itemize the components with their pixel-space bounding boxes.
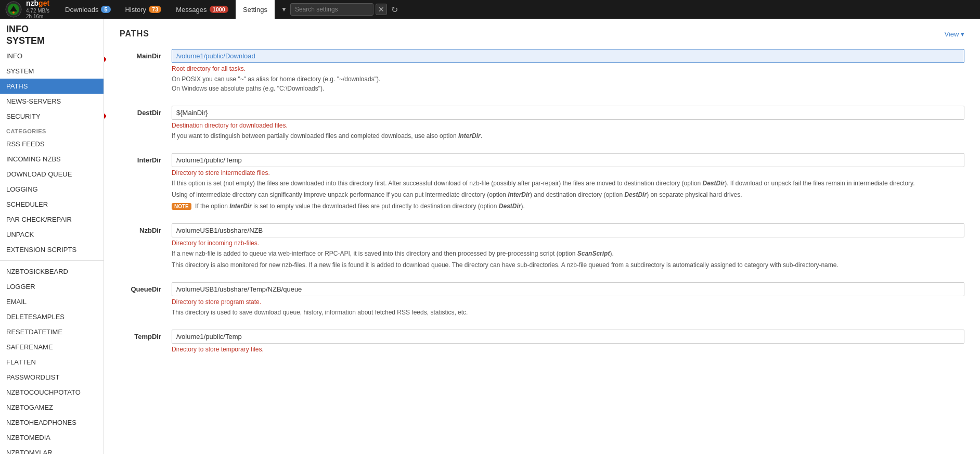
label-tempdir: TempDir — [120, 330, 161, 340]
desc-red-nzbdir: Directory for incoming nzb-files. — [172, 239, 964, 247]
content-header: PATHS View ▾ — [120, 29, 964, 39]
tab-downloads[interactable]: Downloads 5 — [58, 0, 118, 19]
desc-interdir-note: NOTE If the option InterDir is set to em… — [172, 201, 964, 211]
sidebar-item-nzbtocouchpotato[interactable]: NZBTOCOUCHPOTATO — [0, 385, 104, 400]
search-area: ▼ ✕ ↻ — [281, 3, 398, 16]
sidebar-item-nzbtoheadphones[interactable]: NZBTOHEADPHONES — [0, 415, 104, 430]
sidebar-item-nzbtogamez[interactable]: NZBTOGAMEZ — [0, 400, 104, 415]
tab-messages[interactable]: Messages 1000 — [169, 0, 236, 19]
note-badge: NOTE — [172, 203, 191, 210]
desc-maindir: On POSIX you can use "~" as alias for ho… — [172, 74, 964, 93]
setting-maindir: ➜ MainDir Root directory for all tasks. … — [120, 49, 964, 93]
categories-section-label: CATEGORIES — [0, 124, 104, 136]
desc-interdir-2: Using of intermediate directory can sign… — [172, 190, 964, 199]
content-maindir: Root directory for all tasks. On POSIX y… — [172, 49, 964, 93]
sidebar-item-nzbtomylar[interactable]: NZBTOMYLAR — [0, 445, 104, 454]
sidebar-item-resetdatetime[interactable]: RESETDATETIME — [0, 324, 104, 339]
speed-display: 4.72 MB/s — [26, 8, 49, 14]
desc-nzbdir-2: This directory is also monitored for new… — [172, 260, 964, 270]
history-badge: 73 — [149, 6, 161, 13]
desc-queuedir: This directory is used to save download … — [172, 308, 964, 317]
refresh-button[interactable]: ↻ — [391, 5, 398, 15]
main-layout: INFO SYSTEM INFO SYSTEM PATHS NEWS-SERVE… — [0, 19, 980, 454]
sidebar-item-logger[interactable]: LOGGER — [0, 279, 104, 294]
sidebar-item-nzbtosickbeard[interactable]: NZBTOSICKBEARD — [0, 264, 104, 279]
desc-red-maindir: Root directory for all tasks. — [172, 65, 964, 72]
setting-destdir: ➜ DestDir Destination directory for down… — [120, 106, 964, 141]
sidebar-item-deletesamples[interactable]: DELETESAMPLES — [0, 309, 104, 324]
input-tempdir[interactable] — [172, 330, 964, 344]
label-nzbdir: NzbDir — [120, 223, 161, 234]
sidebar-item-email[interactable]: EMAIL — [0, 294, 104, 309]
page-title: PATHS — [120, 29, 149, 39]
tab-settings[interactable]: Settings — [236, 0, 275, 19]
search-clear-button[interactable]: ✕ — [376, 4, 387, 15]
arrow-destdir: ➜ — [104, 107, 107, 125]
sidebar-item-scheduler[interactable]: SCHEDULER — [0, 197, 104, 212]
svg-point-3 — [12, 11, 15, 14]
desc-destdir: If you want to distinguish between parti… — [172, 131, 964, 141]
content-tempdir: Directory to store temporary files. — [172, 330, 964, 353]
sidebar-item-info[interactable]: INFO — [0, 48, 104, 64]
sidebar-item-unpack[interactable]: UNPACK — [0, 227, 104, 242]
sidebar-item-incoming-nzbs[interactable]: INCOMING NZBS — [0, 152, 104, 167]
sidebar-item-download-queue[interactable]: DOWNLOAD QUEUE — [0, 167, 104, 182]
label-destdir: DestDir — [120, 106, 161, 117]
content-nzbdir: Directory for incoming nzb-files. If a n… — [172, 223, 964, 270]
sidebar-item-security[interactable]: SECURITY — [0, 109, 104, 124]
info-system-header: INFO SYSTEM — [0, 19, 104, 48]
sidebar-item-paths[interactable]: PATHS — [0, 79, 104, 94]
sidebar-item-news-servers[interactable]: NEWS-SERVERS — [0, 94, 104, 109]
sidebar: INFO SYSTEM INFO SYSTEM PATHS NEWS-SERVE… — [0, 19, 104, 454]
sidebar-item-rss-feeds[interactable]: RSS FEEDS — [0, 136, 104, 152]
desc-red-destdir: Destination directory for downloaded fil… — [172, 122, 964, 129]
desc-red-interdir: Directory to store intermediate files. — [172, 169, 964, 176]
sidebar-item-flatten[interactable]: FLATTEN — [0, 355, 104, 370]
downloads-badge: 5 — [101, 6, 110, 13]
search-filter-icon: ▼ — [281, 6, 287, 13]
desc-interdir-1: If this option is set (not empty) the fi… — [172, 179, 964, 188]
input-destdir[interactable] — [172, 106, 964, 120]
input-interdir[interactable] — [172, 153, 964, 167]
sidebar-item-par-check-repair[interactable]: PAR CHECK/REPAIR — [0, 212, 104, 227]
content-area: PATHS View ▾ ➜ MainDir Root directory fo… — [104, 19, 980, 454]
input-queuedir[interactable] — [172, 282, 964, 296]
desc-nzbdir-1: If a new nzb-file is added to queue via … — [172, 249, 964, 258]
content-queuedir: Directory to store program state. This d… — [172, 282, 964, 317]
logo-icon — [4, 0, 23, 19]
setting-nzbdir: NzbDir Directory for incoming nzb-files.… — [120, 223, 964, 270]
sidebar-item-nzbtomedia[interactable]: NZBTOMEDIA — [0, 430, 104, 445]
setting-interdir: InterDir Directory to store intermediate… — [120, 153, 964, 211]
setting-queuedir: QueueDir Directory to store program stat… — [120, 282, 964, 317]
input-nzbdir[interactable] — [172, 223, 964, 237]
nav-tabs: Downloads 5 History 73 Messages 1000 Set… — [58, 0, 275, 19]
sidebar-item-passwordlist[interactable]: PASSWORDLIST — [0, 370, 104, 385]
tab-history[interactable]: History 73 — [118, 0, 169, 19]
label-interdir: InterDir — [120, 153, 161, 164]
sidebar-item-saferename[interactable]: SAFERENAME — [0, 339, 104, 355]
sidebar-item-extension-scripts[interactable]: EXTENSION SCRIPTS — [0, 242, 104, 257]
messages-badge: 1000 — [210, 6, 228, 13]
sidebar-item-system[interactable]: SYSTEM — [0, 64, 104, 79]
sidebar-item-logging[interactable]: LOGGING — [0, 182, 104, 197]
arrow-maindir: ➜ — [104, 50, 107, 68]
desc-red-queuedir: Directory to store program state. — [172, 298, 964, 306]
logo-text: nzbget — [26, 0, 49, 8]
content-interdir: Directory to store intermediate files. I… — [172, 153, 964, 211]
label-queuedir: QueueDir — [120, 282, 161, 293]
setting-tempdir: TempDir Directory to store temporary fil… — [120, 330, 964, 353]
topbar: nzbget 4.72 MB/s 2h 16m Downloads 5 Hist… — [0, 0, 980, 19]
logo: nzbget 4.72 MB/s 2h 16m — [4, 0, 49, 19]
content-destdir: Destination directory for downloaded fil… — [172, 106, 964, 141]
view-link[interactable]: View ▾ — [944, 30, 964, 38]
input-maindir[interactable] — [172, 49, 964, 63]
label-maindir: MainDir — [120, 49, 161, 60]
desc-red-tempdir: Directory to store temporary files. — [172, 346, 964, 353]
search-input[interactable] — [290, 3, 373, 16]
